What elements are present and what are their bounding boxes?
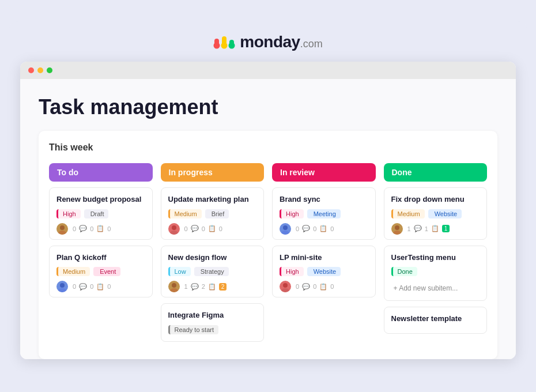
card-title: UserTesting menu <box>391 253 480 263</box>
card-fix-dropdown[interactable]: Fix drop down menu Medium Website 1 <box>384 187 488 240</box>
card-title: Plan Q kickoff <box>56 253 145 263</box>
svg-point-17 <box>281 288 289 292</box>
card-tags: Medium Website <box>391 209 480 218</box>
svg-point-15 <box>281 231 289 235</box>
avatar <box>391 223 403 235</box>
card-title: Renew budget proposal <box>56 195 145 205</box>
browser-window: Task management This week To do Renew bu… <box>20 62 516 360</box>
priority-tag: Medium <box>56 267 90 276</box>
type-tag: Draft <box>84 209 109 218</box>
card-integrate-figma[interactable]: Integrate Figma Ready to start <box>161 303 265 342</box>
kanban-columns: To do Renew budget proposal High Draft <box>49 163 487 348</box>
svg-rect-4 <box>222 36 227 47</box>
column-inreview: In review Brand sync High Meeting <box>272 163 376 348</box>
logo-text: monday.com <box>240 33 322 51</box>
priority-tag: High <box>280 267 304 276</box>
svg-point-13 <box>170 288 178 292</box>
column-todo: To do Renew budget proposal High Draft <box>49 163 153 348</box>
card-footer: 0 💬 0 📋 0 <box>56 223 145 235</box>
priority-tag: High <box>280 209 304 218</box>
card-tags: High Meeting <box>280 209 368 218</box>
card-footer: 0 💬 0 📋 0 <box>280 223 368 235</box>
type-tag: Website <box>307 267 341 276</box>
priority-tag: Medium <box>391 209 425 218</box>
browser-bar <box>20 62 516 79</box>
monday-logo-icon <box>213 34 235 50</box>
svg-point-11 <box>170 231 178 235</box>
type-tag: Event <box>93 267 120 276</box>
add-subitem-button[interactable]: + Add new subitem... <box>391 281 480 296</box>
priority-tag: Low <box>168 267 191 276</box>
card-newsletter-template[interactable]: Newsletter template <box>384 307 488 334</box>
avatar <box>168 223 180 235</box>
board-container: This week To do Renew budget proposal Hi… <box>39 131 497 360</box>
card-footer: 0 💬 0 📋 0 <box>168 223 257 235</box>
svg-point-8 <box>60 283 65 288</box>
outer-wrapper: monday.com Task management This week To … <box>9 21 527 371</box>
card-meta: 0 💬 0 📋 0 <box>296 225 334 232</box>
card-tags: Done <box>391 267 480 276</box>
column-inprogress: In progress Update marketing plan Medium… <box>161 163 265 348</box>
card-title: Brand sync <box>280 195 368 205</box>
card-tags: Medium Event <box>56 267 145 276</box>
avatar <box>168 281 180 292</box>
browser-dot-red <box>28 67 34 73</box>
svg-rect-5 <box>229 40 234 47</box>
card-new-design-flow[interactable]: New design flow Low Strategy 1 <box>161 246 265 298</box>
card-title: Integrate Figma <box>168 311 257 321</box>
page-title: Task management <box>39 95 497 119</box>
svg-rect-3 <box>214 39 219 47</box>
avatar <box>56 281 68 292</box>
card-title: LP mini-site <box>280 253 368 263</box>
card-tags: High Website <box>280 267 368 276</box>
app-content: Task management This week To do Renew bu… <box>20 79 516 360</box>
card-meta: 0 💬 0 📋 0 <box>184 225 222 232</box>
svg-point-14 <box>283 225 288 230</box>
card-update-marketing[interactable]: Update marketing plan Medium Brief <box>161 187 265 240</box>
logo-area: monday.com <box>20 33 516 51</box>
card-renew-budget[interactable]: Renew budget proposal High Draft 0 <box>49 187 153 240</box>
card-meta: 1 💬 1 📋 1 <box>407 225 450 232</box>
avatar <box>280 281 291 292</box>
card-footer: 0 💬 0 📋 0 <box>56 281 145 292</box>
card-footer: 1 💬 2 📋 2 <box>168 281 257 292</box>
column-done: Done Fix drop down menu Medium Website <box>384 163 488 348</box>
type-tag: Brief <box>205 209 229 218</box>
card-usertesting-menu[interactable]: UserTesting menu Done + Add new subitem.… <box>384 246 488 301</box>
card-tags: Ready to start <box>168 325 257 334</box>
card-lp-minisite[interactable]: LP mini-site High Website 0 <box>272 246 376 298</box>
column-header-done: Done <box>384 163 488 182</box>
card-tags: High Draft <box>56 209 145 218</box>
card-title: New design flow <box>168 253 257 263</box>
svg-point-18 <box>395 225 399 230</box>
priority-tag: Medium <box>168 209 202 218</box>
browser-dot-green <box>47 67 52 73</box>
avatar <box>280 223 291 235</box>
svg-point-16 <box>283 283 288 288</box>
priority-tag: Done <box>391 267 417 276</box>
type-tag: Meeting <box>307 209 341 218</box>
card-title: Update marketing plan <box>168 195 257 205</box>
type-tag: Website <box>428 209 462 218</box>
card-plan-q-kickoff[interactable]: Plan Q kickoff Medium Event 0 <box>49 246 153 298</box>
avatar <box>56 223 68 235</box>
week-label: This week <box>49 142 487 153</box>
card-title: Fix drop down menu <box>391 195 480 205</box>
card-title: Newsletter template <box>391 314 480 324</box>
svg-point-19 <box>393 231 401 235</box>
priority-tag: Ready to start <box>168 325 218 334</box>
svg-point-10 <box>172 225 176 230</box>
badge: 2 <box>219 283 227 291</box>
card-brand-sync[interactable]: Brand sync High Meeting 0 <box>272 187 376 240</box>
svg-point-12 <box>172 283 176 288</box>
card-footer: 1 💬 1 📋 1 <box>391 223 480 235</box>
card-tags: Low Strategy <box>168 267 257 276</box>
priority-tag: High <box>56 209 81 218</box>
card-meta: 0 💬 0 📋 0 <box>73 283 111 291</box>
card-meta: 0 💬 0 📋 0 <box>73 225 111 232</box>
card-meta: 1 💬 2 📋 2 <box>184 283 227 291</box>
type-tag: Strategy <box>194 267 229 276</box>
column-header-inprogress: In progress <box>161 163 265 182</box>
column-header-todo: To do <box>49 163 153 182</box>
browser-dot-yellow <box>37 67 43 73</box>
